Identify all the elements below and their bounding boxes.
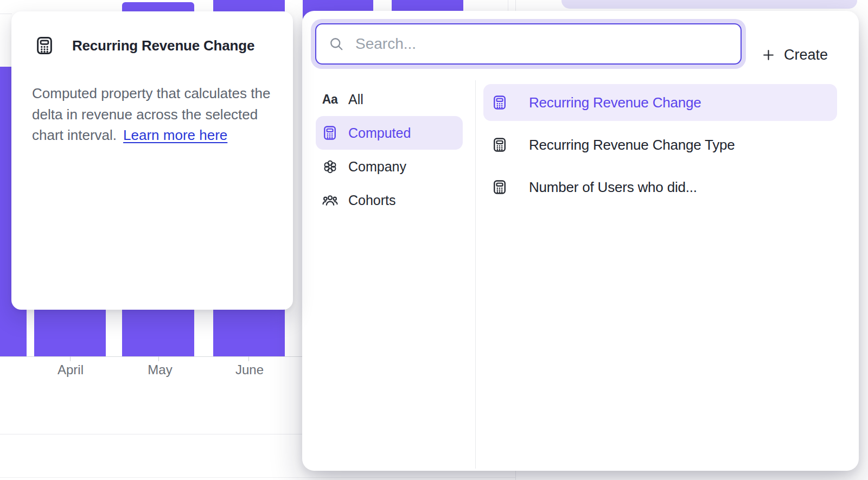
axis-tick-june bbox=[248, 356, 249, 361]
category-list: Aa All Computed Company bbox=[316, 82, 463, 217]
tooltip-header: Recurring Revenue Change bbox=[34, 35, 254, 56]
result-recurring-revenue-change-type[interactable]: Recurring Revenue Change Type bbox=[483, 126, 837, 163]
category-cohorts[interactable]: Cohorts bbox=[316, 183, 463, 217]
bg-topleft-edge bbox=[0, 14, 12, 14]
app-screen: April May June Recurring Revenue Change … bbox=[0, 0, 868, 480]
category-cohorts-label: Cohorts bbox=[348, 193, 396, 208]
category-computed-label: Computed bbox=[348, 125, 411, 141]
result-label: Recurring Revenue Change bbox=[529, 94, 701, 111]
tooltip-title: Recurring Revenue Change bbox=[72, 37, 254, 54]
axis-label-april: April bbox=[58, 362, 84, 377]
property-chip-occluded bbox=[561, 0, 857, 9]
axis-label-june: June bbox=[235, 362, 264, 377]
axis-label-may: May bbox=[148, 362, 172, 377]
calculator-icon bbox=[492, 179, 508, 195]
bg-divider-vertical-short bbox=[508, 0, 508, 11]
create-button-label: Create bbox=[784, 47, 828, 63]
calculator-icon bbox=[492, 94, 508, 111]
axis-tick-april bbox=[70, 356, 71, 361]
category-all-label: All bbox=[348, 92, 363, 107]
result-label: Recurring Revenue Change Type bbox=[529, 137, 735, 153]
learn-more-link[interactable]: Learn more here bbox=[123, 127, 227, 143]
result-number-of-users-who-did[interactable]: Number of Users who did... bbox=[483, 169, 837, 206]
text-format-icon: Aa bbox=[321, 92, 339, 107]
calculator-icon bbox=[34, 35, 55, 56]
category-computed[interactable]: Computed bbox=[316, 116, 463, 150]
category-all[interactable]: Aa All bbox=[316, 82, 463, 116]
tooltip-description: Computed property that calculates the de… bbox=[32, 83, 279, 146]
axis-tick-may bbox=[158, 356, 159, 361]
property-tooltip-card: Recurring Revenue Change Computed proper… bbox=[11, 11, 293, 310]
search-focus-ring bbox=[311, 19, 746, 69]
plus-icon bbox=[761, 48, 776, 62]
calculator-icon bbox=[321, 125, 339, 141]
panel-divider bbox=[475, 80, 476, 469]
company-cluster-icon bbox=[321, 158, 339, 175]
search-input[interactable] bbox=[355, 35, 729, 53]
result-list: Recurring Revenue Change Recurring Reven… bbox=[483, 84, 837, 211]
create-button[interactable]: Create bbox=[756, 34, 833, 75]
property-picker-panel: Create Aa All Computed bbox=[302, 11, 859, 471]
category-company[interactable]: Company bbox=[316, 150, 463, 183]
cohorts-people-icon bbox=[321, 192, 339, 209]
search-box bbox=[315, 23, 742, 65]
search-icon bbox=[328, 36, 344, 52]
category-company-label: Company bbox=[348, 159, 406, 175]
result-label: Number of Users who did... bbox=[529, 179, 697, 196]
bg-card-bottom-line bbox=[0, 477, 515, 478]
result-recurring-revenue-change[interactable]: Recurring Revenue Change bbox=[483, 84, 837, 121]
calculator-icon bbox=[492, 137, 508, 153]
